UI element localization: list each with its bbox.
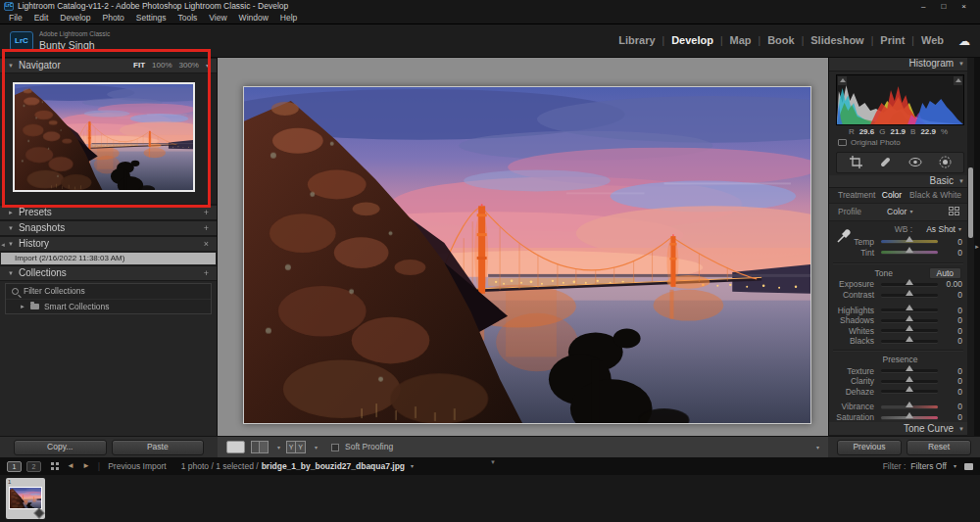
paste-button[interactable]: Paste — [112, 440, 205, 455]
shadow-clipping-icon[interactable] — [838, 76, 847, 85]
cloud-sync-icon[interactable]: ☁ — [958, 35, 970, 47]
slider-thumb[interactable] — [906, 315, 913, 321]
soft-proofing-checkbox[interactable] — [331, 444, 339, 451]
clarity-slider[interactable] — [881, 380, 938, 383]
add-preset-button[interactable]: + — [204, 209, 209, 217]
slider-thumb[interactable] — [906, 402, 913, 407]
history-item-import[interactable]: Import (2/16/2022 11:38:03 AM) — [1, 253, 216, 264]
menu-view[interactable]: View — [203, 14, 232, 23]
red-eye-tool-icon[interactable] — [908, 156, 922, 168]
shadows-slider[interactable] — [881, 319, 938, 322]
vibrance-slider[interactable] — [881, 405, 938, 408]
chevron-down-icon[interactable]: ▾ — [206, 63, 209, 69]
menu-window[interactable]: Window — [233, 14, 274, 23]
contrast-slider[interactable] — [881, 294, 938, 297]
slider-thumb[interactable] — [906, 365, 913, 371]
module-map[interactable]: Map — [723, 35, 759, 46]
previous-button[interactable]: Previous — [837, 440, 902, 455]
slider-thumb[interactable] — [906, 386, 913, 392]
toolbar-options-icon[interactable]: ▾ — [816, 445, 819, 451]
split-view-icon[interactable]: YY — [286, 441, 306, 453]
texture-slider[interactable] — [881, 369, 938, 372]
grid-view-icon[interactable] — [51, 462, 59, 470]
presets-panel-header[interactable]: ► Presets + — [0, 205, 217, 220]
module-web[interactable]: Web — [914, 35, 951, 46]
filmstrip-collapse-icon[interactable]: ▼ — [490, 459, 496, 465]
maximize-button[interactable]: □ — [941, 3, 946, 11]
slider-thumb[interactable] — [906, 305, 913, 310]
main-window-button[interactable]: 1 — [7, 461, 22, 472]
temp-slider[interactable] — [881, 240, 938, 243]
masking-tool-icon[interactable] — [939, 156, 952, 168]
menu-edit[interactable]: Edit — [28, 14, 55, 23]
filter-lock-icon[interactable] — [964, 463, 973, 470]
menu-file[interactable]: File — [3, 14, 28, 23]
tone-curve-panel-header[interactable]: Tone Curve ▼ — [829, 422, 967, 436]
tint-slider[interactable] — [881, 251, 938, 254]
slider-thumb[interactable] — [906, 236, 913, 242]
filmstrip-thumbnail[interactable]: 1 — [6, 478, 45, 519]
module-slideshow[interactable]: Slideshow — [804, 35, 870, 46]
copy-button[interactable]: Copy... — [14, 440, 107, 455]
module-print[interactable]: Print — [873, 35, 911, 46]
chevron-down-icon[interactable]: ▾ — [315, 445, 318, 451]
profile-select[interactable]: Color — [887, 208, 906, 216]
go-forward-icon[interactable]: ► — [82, 462, 90, 470]
auto-tone-button[interactable]: Auto — [929, 267, 962, 280]
slider-thumb[interactable] — [906, 247, 913, 253]
slider-thumb[interactable] — [906, 290, 913, 296]
menu-photo[interactable]: Photo — [97, 14, 130, 23]
navigator-zoom-fit[interactable]: FIT — [133, 62, 145, 70]
slider-thumb[interactable] — [906, 412, 913, 418]
histogram-panel-header[interactable]: Histogram ▼ — [829, 58, 967, 71]
navigator-preview-image[interactable] — [13, 82, 195, 192]
collections-panel-header[interactable]: ▼ Collections + — [0, 265, 217, 281]
wb-eyedropper-icon[interactable] — [837, 227, 853, 243]
menu-help[interactable]: Help — [274, 14, 303, 23]
scrollbar-thumb[interactable] — [968, 167, 973, 238]
add-snapshot-button[interactable]: + — [204, 224, 209, 233]
filter-select[interactable]: Filters Off ▾ — [910, 462, 956, 471]
blacks-slider[interactable] — [881, 340, 938, 343]
slider-thumb[interactable] — [906, 376, 913, 382]
menu-settings[interactable]: Settings — [130, 14, 172, 23]
slider-thumb[interactable] — [906, 325, 913, 331]
navigator-preview[interactable] — [0, 73, 217, 205]
history-panel-header[interactable]: ▼ History × — [0, 236, 217, 252]
histogram-chart[interactable] — [836, 74, 964, 125]
close-button[interactable]: × — [961, 3, 966, 11]
thumbnail-image[interactable] — [9, 487, 42, 509]
treatment-color-option[interactable]: Color — [882, 191, 902, 200]
go-back-icon[interactable]: ◄ — [67, 462, 74, 470]
navigator-zoom-300[interactable]: 300% — [179, 62, 199, 70]
filter-collections-field[interactable]: Filter Collections — [6, 284, 211, 299]
second-window-button[interactable]: 2 — [26, 461, 41, 472]
snapshots-panel-header[interactable]: ▼ Snapshots + — [0, 220, 217, 236]
add-collection-button[interactable]: + — [204, 269, 209, 278]
module-book[interactable]: Book — [760, 35, 802, 46]
left-panel-collapse-icon[interactable]: ◄ — [0, 242, 6, 248]
module-develop[interactable]: Develop — [664, 35, 720, 46]
chevron-down-icon[interactable]: ▾ — [277, 445, 280, 451]
menu-develop[interactable]: Develop — [54, 14, 96, 23]
right-panel-collapse-icon[interactable]: ► — [974, 58, 980, 436]
highlights-slider[interactable] — [881, 308, 938, 311]
minimize-button[interactable]: – — [921, 3, 925, 11]
smart-collections-item[interactable]: ► Smart Collections — [6, 299, 211, 314]
whites-slider[interactable] — [881, 329, 938, 332]
menu-tools[interactable]: Tools — [172, 14, 203, 23]
before-after-view-icon[interactable] — [251, 441, 269, 453]
module-library[interactable]: Library — [612, 35, 662, 46]
navigator-zoom-100[interactable]: 100% — [152, 62, 172, 70]
selection-info[interactable]: 1 photo / 1 selected / bridge_1_by_bouzi… — [181, 462, 414, 471]
saturation-slider[interactable] — [881, 416, 938, 419]
previous-import-label[interactable]: Previous Import — [108, 462, 167, 471]
highlight-clipping-icon[interactable] — [954, 76, 962, 85]
navigator-header[interactable]: ▼ Navigator FIT 100% 300% ▾ — [0, 58, 217, 73]
clear-history-button[interactable]: × — [204, 240, 209, 249]
basic-panel-header[interactable]: Basic ▼ — [829, 175, 967, 189]
reset-button[interactable]: Reset — [906, 440, 971, 455]
right-panel-scrollbar[interactable] — [967, 58, 974, 436]
healing-tool-icon[interactable] — [879, 156, 892, 168]
wb-select[interactable]: As Shot — [926, 225, 956, 234]
